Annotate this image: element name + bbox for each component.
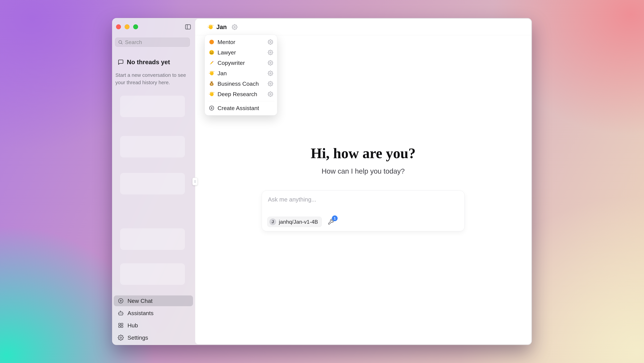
menu-item-mentor[interactable]: Mentor	[206, 37, 276, 47]
thread-placeholder	[120, 228, 185, 250]
menu-item-label: Deep Research	[218, 91, 257, 98]
sidebar-item-settings[interactable]: Settings	[114, 332, 193, 343]
model-name: janhq/Jan-v1-4B	[279, 219, 318, 225]
create-assistant-button[interactable]: Create Assistant	[206, 103, 276, 113]
assistant-settings-gear-icon[interactable]	[232, 24, 238, 30]
orange-circle-emoji-icon	[209, 39, 214, 45]
bot-icon	[118, 310, 124, 316]
model-selector[interactable]: J janhq/Jan-v1-4B	[267, 217, 322, 227]
plus-circle-icon	[118, 298, 124, 304]
nav-label: New Chat	[128, 298, 152, 304]
window-controls	[116, 24, 138, 29]
gear-icon	[118, 334, 124, 341]
sidebar-item-assistants[interactable]: Assistants	[114, 308, 193, 318]
thread-placeholder	[120, 96, 185, 117]
empty-state-title: No threads yet	[127, 59, 170, 66]
sidebar-resize-handle[interactable]	[192, 178, 198, 185]
menu-item-label: Lawyer	[218, 49, 236, 56]
tools-count-badge: 1	[332, 215, 338, 221]
sidebar-nav: New Chat Assistants Hub Settings	[114, 295, 193, 343]
thread-placeholder	[120, 136, 185, 157]
grid-icon	[118, 322, 124, 328]
search-box[interactable]	[115, 38, 190, 47]
chat-input[interactable]	[262, 191, 464, 211]
wave-emoji-icon	[209, 91, 214, 97]
zipper-mouth-emoji-icon	[209, 50, 214, 55]
gear-icon[interactable]	[268, 60, 273, 66]
thread-placeholder	[120, 263, 185, 285]
pencil-emoji-icon	[209, 60, 214, 66]
empty-state-header: No threads yet	[118, 59, 170, 66]
assistant-selector-button[interactable]: Jan	[208, 24, 238, 31]
menu-item-copywriter[interactable]: Copywriter	[206, 58, 276, 68]
menu-item-label: Jan	[218, 70, 227, 77]
money-bag-emoji-icon: $	[209, 81, 214, 87]
menu-item-jan[interactable]: Jan	[206, 68, 276, 79]
menu-item-label: Mentor	[218, 39, 235, 45]
svg-text:$: $	[211, 83, 212, 85]
search-input[interactable]	[125, 39, 187, 45]
sidebar-item-new-chat[interactable]: New Chat	[114, 295, 193, 306]
greeting-title: Hi, how are you?	[195, 146, 531, 161]
app-window: No threads yet Start a new conversation …	[112, 18, 532, 345]
model-avatar: J	[270, 218, 276, 225]
zoom-window-button[interactable]	[133, 24, 138, 29]
wave-emoji-icon	[209, 70, 214, 76]
plus-circle-icon	[209, 105, 214, 111]
create-assistant-label: Create Assistant	[218, 105, 259, 111]
main-panel: Jan Mentor Lawyer Copywriter	[195, 19, 531, 344]
tools-button[interactable]: 1	[328, 218, 334, 225]
main-header: Jan	[195, 19, 531, 35]
assistant-name: Jan	[216, 24, 227, 31]
empty-state-description: Start a new conversation to see your thr…	[116, 71, 188, 86]
minimize-window-button[interactable]	[125, 24, 130, 29]
greeting-subtitle: How can I help you today?	[195, 167, 531, 175]
composer-toolbar: J janhq/Jan-v1-4B 1	[267, 217, 334, 227]
close-window-button[interactable]	[116, 24, 121, 29]
chat-composer: J janhq/Jan-v1-4B 1	[262, 191, 464, 231]
gear-icon[interactable]	[268, 71, 273, 76]
gear-icon[interactable]	[268, 81, 273, 86]
thread-placeholder	[120, 173, 185, 194]
menu-item-deep-research[interactable]: Deep Research	[206, 89, 276, 99]
sidebar-toggle-icon[interactable]	[184, 24, 191, 30]
sidebar: No threads yet Start a new conversation …	[112, 18, 195, 345]
menu-item-business-coach[interactable]: $ Business Coach	[206, 79, 276, 89]
gear-icon[interactable]	[268, 39, 273, 45]
gear-icon[interactable]	[268, 50, 273, 55]
menu-item-label: Business Coach	[218, 81, 259, 87]
menu-item-lawyer[interactable]: Lawyer	[206, 47, 276, 58]
nav-label: Settings	[128, 334, 148, 341]
assistant-menu: Mentor Lawyer Copywriter Jan $ Business …	[204, 35, 277, 115]
search-icon	[118, 40, 123, 45]
chat-bubble-icon	[118, 59, 124, 65]
wave-emoji-icon	[208, 24, 214, 30]
gear-icon[interactable]	[268, 91, 273, 97]
nav-label: Hub	[128, 322, 138, 329]
greeting: Hi, how are you? How can I help you toda…	[195, 146, 531, 175]
sidebar-item-hub[interactable]: Hub	[114, 320, 193, 331]
menu-item-label: Copywriter	[218, 60, 245, 66]
nav-label: Assistants	[128, 310, 154, 316]
